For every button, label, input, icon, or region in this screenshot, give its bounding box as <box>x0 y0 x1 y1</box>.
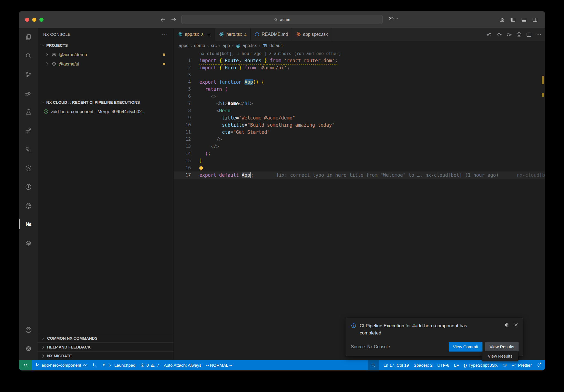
history-back-icon[interactable] <box>160 17 166 23</box>
collapsed-section-label: NX MIGRATE <box>47 354 72 358</box>
breadcrumb-item[interactable]: demo <box>194 43 205 48</box>
toggle-panel-icon[interactable] <box>521 17 527 23</box>
line-number: 2 <box>174 64 191 71</box>
tab-app-spec-tsx[interactable]: app.spec.tsx <box>292 28 332 41</box>
code-text: import { Hero } from '@acme/ui'; <box>199 64 290 71</box>
breadcrumb-item[interactable]: app.tsx <box>243 43 257 48</box>
language-mode-item[interactable]: {} TypeScript JSX <box>464 363 498 368</box>
eol-item[interactable]: LF <box>454 363 459 368</box>
breadcrumb-separator: › <box>232 43 234 48</box>
copilot-status-item[interactable] <box>502 363 507 368</box>
collapsed-section-label: COMMON NX COMMANDS <box>47 336 97 341</box>
code-editor[interactable]: nx-cloud[bot], 1 hour ago | 2 authors (Y… <box>174 50 545 360</box>
breadcrumb-item[interactable]: default <box>269 43 283 48</box>
activity-item-run-target[interactable] <box>19 159 38 178</box>
breadcrumb-item[interactable]: src <box>211 43 217 48</box>
history-forward-icon[interactable] <box>171 17 177 23</box>
tab-hero-tsx[interactable]: hero.tsx4 <box>215 28 251 41</box>
activity-item-explorer[interactable] <box>19 28 38 47</box>
lightbulb-icon[interactable] <box>199 166 203 170</box>
nx-cloud-section-header[interactable]: NX CLOUD :: RECENT CI PIPELINE EXECUTION… <box>38 98 173 107</box>
more-actions-icon[interactable] <box>536 32 542 37</box>
vim-mode-item: -- NORMAL -- <box>206 363 232 368</box>
code-text: } <box>199 157 202 164</box>
activity-item-extensions[interactable] <box>19 121 38 140</box>
symbol-icon <box>262 43 267 48</box>
activity-item-edge-tools[interactable] <box>19 196 38 215</box>
tab-app-tsx[interactable]: app.tsx3 <box>174 28 215 41</box>
activity-item-testing[interactable] <box>19 103 38 121</box>
notification-close-icon[interactable] <box>514 322 519 327</box>
code-line: 14 ); <box>174 150 545 157</box>
chevron-down-icon <box>40 100 45 105</box>
code-line: 7 <h1>Home</h1> <box>174 100 545 107</box>
sidebar-more-actions[interactable]: ··· <box>162 33 168 36</box>
formatter-item[interactable]: Prettier <box>512 363 532 368</box>
cursor-position-item[interactable]: Ln 17, Col 19 <box>384 363 409 368</box>
nav-location-icon[interactable] <box>496 32 502 37</box>
check-circle-icon <box>43 109 49 114</box>
notification-settings-icon[interactable] <box>504 322 509 327</box>
git-branch-item[interactable]: add-hero-component <box>35 363 88 368</box>
collapsed-section-0[interactable]: COMMON NX COMMANDS <box>38 334 173 342</box>
auto-attach-item[interactable]: Auto Attach: Always <box>164 363 201 368</box>
zoom-indicator[interactable] <box>368 360 379 370</box>
project-item[interactable]: @acme/demo <box>38 50 173 59</box>
code-text: ); <box>199 150 211 157</box>
command-center[interactable]: acme <box>181 15 383 24</box>
search-icon <box>274 18 278 22</box>
code-text: import { Route, Routes } from 'react-rou… <box>199 57 338 64</box>
split-editor-icon[interactable] <box>526 32 532 37</box>
close-window-button[interactable] <box>25 18 29 22</box>
view-results-button[interactable]: View Results <box>485 342 519 352</box>
activity-item-source-control[interactable] <box>19 65 38 84</box>
warnings-icon <box>150 363 155 368</box>
activity-item-references[interactable] <box>19 140 38 159</box>
remote-indicator[interactable] <box>19 360 32 370</box>
problems-item[interactable]: 0 7 <box>140 363 159 368</box>
collapsed-section-2[interactable]: NX MIGRATE <box>38 351 173 360</box>
activity-item-project-graph[interactable] <box>19 178 38 196</box>
notifications-bell[interactable] <box>536 363 541 368</box>
copilot-menu[interactable] <box>388 16 398 21</box>
git-graph-button[interactable] <box>92 363 97 368</box>
activity-item-settings[interactable] <box>19 339 38 358</box>
nav-forward-icon[interactable] <box>506 32 512 37</box>
nav-back-icon[interactable] <box>486 32 492 37</box>
customize-layout-icon[interactable] <box>499 17 505 23</box>
scm-icon <box>25 71 32 78</box>
toggle-sidebar-icon[interactable] <box>510 17 516 23</box>
project-item[interactable]: @acme/ui <box>38 59 173 69</box>
notification-source: Source: Nx Console <box>351 344 390 349</box>
toggle-secondary-sidebar-icon[interactable] <box>532 17 538 23</box>
nx-icon: N≥ <box>26 222 31 227</box>
breadcrumb-item[interactable]: apps <box>179 43 188 48</box>
encoding-item[interactable]: UTF-8 <box>437 363 449 368</box>
activity-item-search[interactable] <box>19 47 38 65</box>
code-line: 2import { Hero } from '@acme/ui'; <box>174 64 545 71</box>
run-file-icon[interactable] <box>516 32 522 37</box>
activity-item-nx-console[interactable]: N≥ <box>19 215 38 234</box>
activity-item-containers[interactable] <box>19 234 38 252</box>
view-commit-button[interactable]: View Commit <box>449 342 482 352</box>
branch-name: add-hero-component <box>42 363 81 368</box>
close-icon[interactable] <box>207 32 211 37</box>
code-text: <Hero <box>199 107 231 114</box>
minimize-window-button[interactable] <box>32 18 36 22</box>
indentation-item[interactable]: Spaces: 2 <box>414 363 433 368</box>
code-line: 16 <box>174 164 545 172</box>
launchpad-item[interactable]: Launchpad <box>102 363 135 368</box>
activity-item-accounts[interactable] <box>19 320 38 339</box>
projects-section-header[interactable]: PROJECTS <box>38 41 173 50</box>
breadcrumb-item[interactable]: app <box>223 43 230 48</box>
tab-problems-badge: 3 <box>201 32 204 37</box>
breadcrumb[interactable]: apps›demo›src›app›app.tsx›default <box>174 41 545 50</box>
maximize-window-button[interactable] <box>39 18 44 22</box>
collapsed-section-1[interactable]: HELP AND FEEDBACK <box>38 342 173 351</box>
pipeline-execution-item[interactable]: add-hero-component - Merge 409b44e5cb02.… <box>38 107 173 116</box>
info-icon <box>351 323 356 328</box>
code-line: 5 return ( <box>174 86 545 93</box>
activity-item-run-debug[interactable] <box>19 84 38 103</box>
tab-README-md[interactable]: README.md <box>251 28 292 41</box>
line-number: 9 <box>174 114 191 121</box>
